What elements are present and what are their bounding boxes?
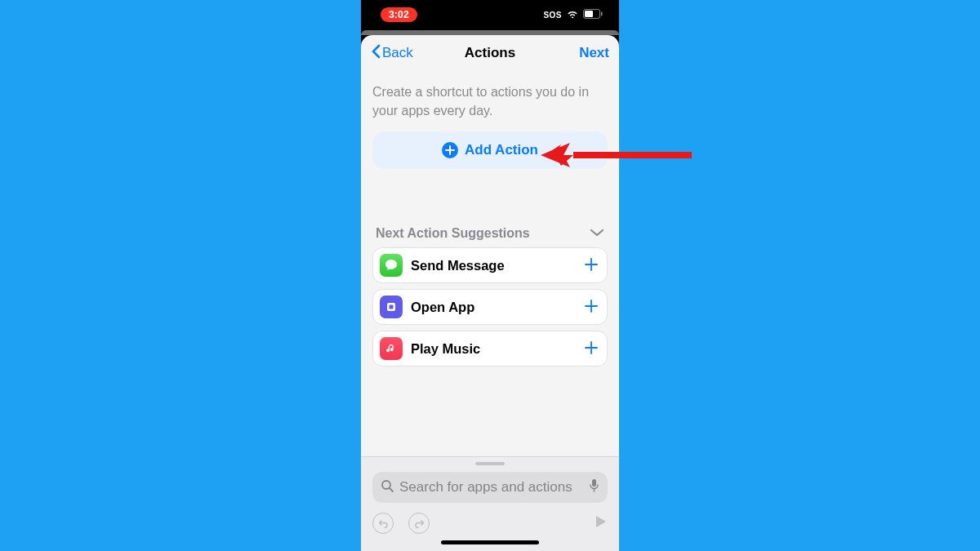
suggestion-label: Play Music <box>411 341 584 357</box>
description-text: Create a shortcut to actions you do in y… <box>372 82 608 120</box>
suggestion-label: Open App <box>411 300 584 315</box>
search-icon <box>381 479 394 496</box>
suggestion-row-send-message[interactable]: Send Message <box>372 247 608 283</box>
actions-modal: Back Actions Next Create a shortcut to a… <box>361 35 619 551</box>
add-action-button[interactable]: Add Action <box>372 131 608 169</box>
nav-bar: Back Actions Next <box>361 35 619 71</box>
bottom-panel: Search for apps and actions <box>361 456 619 551</box>
suggestions-header-label: Next Action Suggestions <box>376 226 530 241</box>
svg-rect-4 <box>390 305 394 309</box>
back-button[interactable]: Back <box>371 44 413 63</box>
grabber-handle[interactable] <box>475 462 505 465</box>
status-time-recording-pill: 3:02 <box>381 7 417 22</box>
chevron-left-icon <box>371 44 381 63</box>
search-input[interactable]: Search for apps and actions <box>372 472 608 503</box>
svg-rect-2 <box>601 11 603 16</box>
plus-circle-icon <box>442 142 458 158</box>
wifi-icon <box>567 9 578 20</box>
svg-rect-7 <box>592 479 596 487</box>
status-sos-label: SOS <box>543 11 562 20</box>
suggestion-row-play-music[interactable]: Play Music <box>372 331 608 367</box>
back-label: Back <box>382 45 413 61</box>
add-action-label: Add Action <box>465 142 538 158</box>
redo-button[interactable] <box>408 513 430 534</box>
add-suggestion-button[interactable] <box>584 297 599 317</box>
next-button[interactable]: Next <box>579 45 609 61</box>
add-suggestion-button[interactable] <box>584 339 599 358</box>
svg-line-6 <box>390 488 393 491</box>
phone-frame: 3:02 SOS Back Actions Next Create a shor… <box>361 0 619 551</box>
music-icon <box>380 337 403 360</box>
messages-icon <box>380 254 403 277</box>
suggestion-row-open-app[interactable]: Open App <box>372 289 608 325</box>
svg-rect-1 <box>585 11 593 17</box>
play-button[interactable] <box>593 514 608 532</box>
mic-icon[interactable] <box>589 478 599 496</box>
undo-button[interactable] <box>372 513 394 534</box>
add-suggestion-button[interactable] <box>584 256 599 275</box>
chevron-down-icon[interactable] <box>590 226 604 241</box>
home-indicator[interactable] <box>441 540 539 544</box>
search-placeholder: Search for apps and actions <box>399 479 584 495</box>
shortcuts-icon <box>380 295 403 318</box>
suggestion-label: Send Message <box>411 258 584 273</box>
battery-icon <box>583 9 603 21</box>
status-bar: 3:02 SOS <box>361 0 619 30</box>
